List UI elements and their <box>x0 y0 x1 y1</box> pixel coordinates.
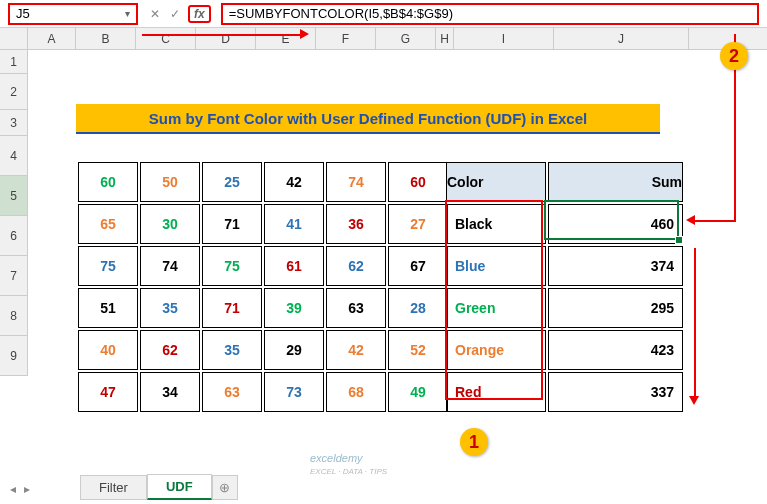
data-cell[interactable]: 74 <box>326 162 386 202</box>
arrow-head-icon <box>300 29 309 39</box>
data-cell[interactable]: 75 <box>202 246 262 286</box>
next-sheet-icon[interactable]: ▸ <box>24 482 30 496</box>
row-header[interactable]: 8 <box>0 296 28 336</box>
data-cell[interactable]: 60 <box>78 162 138 202</box>
cancel-icon[interactable]: ✕ <box>148 7 162 21</box>
data-cell[interactable]: 75 <box>78 246 138 286</box>
tab-nav[interactable]: ◂ ▸ <box>10 482 30 496</box>
add-sheet-button[interactable]: ⊕ <box>212 475 238 500</box>
data-cell[interactable]: 63 <box>326 288 386 328</box>
formula-text: =SUMBYFONTCOLOR(I5,$B$4:$G$9) <box>229 6 453 21</box>
callout-1: 1 <box>460 428 488 456</box>
sum-label[interactable]: Green <box>446 288 546 328</box>
data-cell[interactable]: 60 <box>388 162 448 202</box>
fx-icon[interactable]: fx <box>188 5 211 23</box>
data-cell[interactable]: 34 <box>140 372 200 412</box>
data-cell[interactable]: 30 <box>140 204 200 244</box>
callout-2: 2 <box>720 42 748 70</box>
formula-bar: J5 ▾ ✕ ✓ fx =SUMBYFONTCOLOR(I5,$B$4:$G$9… <box>0 0 767 28</box>
data-cell[interactable]: 71 <box>202 288 262 328</box>
enter-icon[interactable]: ✓ <box>168 7 182 21</box>
data-cell[interactable]: 39 <box>264 288 324 328</box>
sum-value[interactable]: 295 <box>548 288 683 328</box>
row-header[interactable]: 3 <box>0 110 28 136</box>
sum-table[interactable]: Color Sum Black460Blue374Green295Orange4… <box>444 160 685 414</box>
data-cell[interactable]: 73 <box>264 372 324 412</box>
col-header[interactable]: H <box>436 28 454 49</box>
sum-value[interactable]: 423 <box>548 330 683 370</box>
row-header[interactable]: 9 <box>0 336 28 376</box>
tab-udf[interactable]: UDF <box>147 474 212 500</box>
page-title: Sum by Font Color with User Defined Func… <box>76 104 660 134</box>
col-header[interactable]: I <box>454 28 554 49</box>
data-cell[interactable]: 35 <box>202 330 262 370</box>
column-headers: A B C D E F G H I J <box>0 28 767 50</box>
select-all-corner[interactable] <box>0 28 28 49</box>
data-cell[interactable]: 29 <box>264 330 324 370</box>
arrow-line <box>694 248 696 398</box>
sum-label[interactable]: Red <box>446 372 546 412</box>
formula-bar-buttons: ✕ ✓ fx <box>142 5 217 23</box>
name-box-value: J5 <box>16 6 30 21</box>
watermark: exceldemy EXCEL · DATA · TIPS <box>310 452 387 476</box>
data-cell[interactable]: 25 <box>202 162 262 202</box>
data-cell[interactable]: 35 <box>140 288 200 328</box>
row-header[interactable]: 1 <box>0 50 28 74</box>
data-cell[interactable]: 68 <box>326 372 386 412</box>
data-cell[interactable]: 42 <box>264 162 324 202</box>
sum-label[interactable]: Orange <box>446 330 546 370</box>
data-cell[interactable]: 61 <box>264 246 324 286</box>
data-cell[interactable]: 74 <box>140 246 200 286</box>
fill-handle[interactable] <box>675 236 683 244</box>
tab-filter[interactable]: Filter <box>80 475 147 500</box>
prev-sheet-icon[interactable]: ◂ <box>10 482 16 496</box>
row-header[interactable]: 5 <box>0 176 28 216</box>
row-header[interactable]: 2 <box>0 74 28 110</box>
data-cell[interactable]: 50 <box>140 162 200 202</box>
sheet-tabs: Filter UDF ⊕ <box>80 474 238 500</box>
col-header[interactable]: A <box>28 28 76 49</box>
arrow-line <box>142 34 302 36</box>
data-cell[interactable]: 71 <box>202 204 262 244</box>
row-header[interactable]: 7 <box>0 256 28 296</box>
data-cell[interactable]: 62 <box>326 246 386 286</box>
spreadsheet-grid[interactable]: 1 2 3 4 5 6 7 8 9 Sum by Font Color with… <box>0 50 767 376</box>
col-header[interactable]: C <box>136 28 196 49</box>
sum-value[interactable]: 337 <box>548 372 683 412</box>
col-header[interactable]: D <box>196 28 256 49</box>
data-cell[interactable]: 62 <box>140 330 200 370</box>
col-header[interactable]: B <box>76 28 136 49</box>
data-cell[interactable]: 63 <box>202 372 262 412</box>
chevron-down-icon[interactable]: ▾ <box>125 8 130 19</box>
col-header[interactable]: J <box>554 28 689 49</box>
arrow-line <box>694 220 736 222</box>
sum-value[interactable]: 374 <box>548 246 683 286</box>
sum-label[interactable]: Black <box>446 204 546 244</box>
col-header[interactable]: G <box>376 28 436 49</box>
data-cell[interactable]: 65 <box>78 204 138 244</box>
col-header[interactable]: F <box>316 28 376 49</box>
data-cell[interactable]: 67 <box>388 246 448 286</box>
data-cell[interactable]: 52 <box>388 330 448 370</box>
data-cell[interactable]: 36 <box>326 204 386 244</box>
data-cell[interactable]: 40 <box>78 330 138 370</box>
row-header[interactable]: 4 <box>0 136 28 176</box>
sum-value[interactable]: 460 <box>548 204 683 244</box>
sum-header-sum: Sum <box>548 162 683 202</box>
name-box[interactable]: J5 ▾ <box>8 3 138 25</box>
data-cell[interactable]: 27 <box>388 204 448 244</box>
data-cell[interactable]: 41 <box>264 204 324 244</box>
row-header[interactable]: 6 <box>0 216 28 256</box>
data-cell[interactable]: 28 <box>388 288 448 328</box>
sum-header-color: Color <box>446 162 546 202</box>
formula-input[interactable]: =SUMBYFONTCOLOR(I5,$B$4:$G$9) <box>221 3 759 25</box>
sum-label[interactable]: Blue <box>446 246 546 286</box>
arrow-head-icon <box>689 396 699 405</box>
data-cell[interactable]: 42 <box>326 330 386 370</box>
data-cell[interactable]: 47 <box>78 372 138 412</box>
data-table[interactable]: 6050254274606530714136277574756162675135… <box>76 160 450 414</box>
data-cell[interactable]: 49 <box>388 372 448 412</box>
arrow-head-icon <box>686 215 695 225</box>
data-cell[interactable]: 51 <box>78 288 138 328</box>
